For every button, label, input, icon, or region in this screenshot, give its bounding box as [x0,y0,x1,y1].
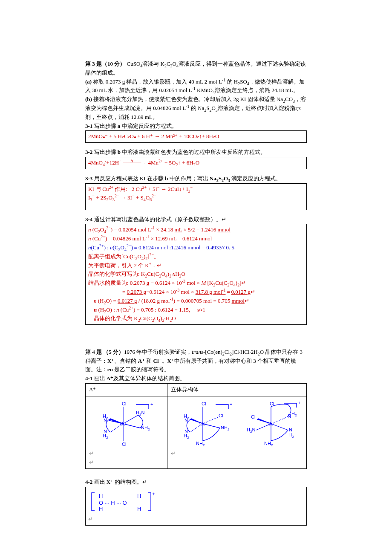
q3-3-prompt: 3-3 用反应方程式表达 KI 在步骤 b 中的作用；写出 Na2S2O3 滴定… [85,174,307,183]
structure-A-cell: ClCl Co NH2 H2N H2N NH2 + ↵↵ [86,396,167,469]
svg-text:N: N [104,418,107,423]
q4-title: 第 4 题 （5 分）1976 年中子衍射实验证实，trans-[Co(en)2… [85,348,307,374]
svg-text:NH2: NH2 [141,425,150,431]
svg-text:Co: Co [199,421,205,426]
a34-l1: n (C2O42−) = 0.02054 mol L-1 × 24.18 mL … [88,225,304,234]
svg-text:O ··· H ··· O: O ··· H ··· O [99,500,127,506]
svg-text:+: + [152,491,156,497]
col-header-A: A⁺ [89,386,96,393]
answer-3-3b: I3− + 2S2O32− → 3I− + S4O62− [88,194,156,201]
svg-text:H: H [99,506,103,512]
q3-title: 第 3 题（10 分） CuSO4溶液与 K2C2O4溶液反应，得到一种蓝色晶体… [85,60,307,78]
svg-text:H2: H2 [288,432,294,439]
a34-l11: 晶体的化学式为 K2Cu(C2O4)2·H2O [88,314,304,323]
a34-l6: 晶体的化学式可写为: K2Cu(C2O4)2·xH2O [88,270,304,279]
svg-text:H: H [137,506,141,512]
a34-l8: = 0.2073 g−0.6124 × 10-3 mol × 317.8 g m… [88,288,304,297]
svg-text:Co: Co [120,421,126,426]
cis-structure-1-icon: ClCl Co NH2 NH2 H2N NH2 + [171,398,235,449]
q4-1-prompt: 4-1 画出 A⁺及其立体异构体的结构简图。 [85,374,307,383]
svg-text:H2N: H2N [247,427,255,434]
a34-l3: n(Cu2+) : n(C2O42−)＝0.6124 mmol :1.2416 … [88,243,304,252]
answer-box-3-3: KI 与 Cu2+ 作用: 2 Cu2+ + 5I− → 2CuI↓+ I3− … [85,183,307,210]
col-header-B: 立体异构体 [171,386,199,393]
answer-3-1: 2MnO₄⁻ + 5 H₂C₂O₄ + 6 H⁺ → 2 Mn²⁺ + 10CO… [88,133,219,139]
a34-l5: 为平衡电荷，引入 2 个 K+，↵ [88,261,304,270]
structure-isomers-cell: ClCl Co NH2 NH2 H2N NH2 + ClCl Co H2N NH… [167,396,307,469]
q3-4-prompt: 3-4 通过计算写出蓝色晶体的化学式（原子数取整数）。↵ [85,215,307,224]
xplus-structure-icon: HH O ··· H ··· O HH + [88,489,161,515]
svg-text:N: N [184,418,188,423]
q3-b: (b) 接着将溶液充分加热，使淡紫红色变为蓝色。冷却后加入 2g KI 固体和适… [85,95,307,121]
svg-text:Cl: Cl [219,413,223,418]
svg-text:H: H [99,493,103,499]
svg-text:Cl: Cl [122,442,126,447]
svg-text:+: + [230,402,232,407]
svg-text:H: H [137,493,141,499]
svg-text:H2: H2 [103,433,108,439]
answer-box-4-2: HH O ··· H ··· O HH + ↵ [85,487,307,526]
answer-box-3-4: n (C2O42−) = 0.02054 mol L-1 × 24.18 mL … [85,224,307,325]
trans-structure-icon: ClCl Co NH2 H2N H2N NH2 + [89,398,157,449]
svg-text:H2: H2 [184,433,189,439]
svg-text:Cl: Cl [270,401,274,406]
svg-text:Co: Co [268,421,274,426]
a34-l7: 结晶水的质量为: 0.2073 g − 0.6124 × 10-3 mol × … [88,279,304,288]
svg-text:H2: H2 [291,411,297,417]
a34-l10: n (H2O) : n (Cu2+) = 0.705 : 0.6124 = 1.… [88,306,304,315]
q4-2-prompt: 4-2 画出 X⁺ 的结构图。↵ [85,478,307,487]
svg-text:Cl: Cl [122,401,126,406]
a34-l2: n (Cu2+) = 0.04826 mol L-1 × 12.69 mL = … [88,234,304,243]
cis-structure-2-icon: ClCl Co H2N NH2 NH2 NH2 + [239,398,303,449]
q3-2-prompt: 3-2 写出步骤 b 中溶液由淡紫红色变为蓝色的过程中所发生反应的方程式。 [85,148,307,157]
svg-text:Cl: Cl [251,414,255,419]
svg-text:NH2: NH2 [221,425,230,431]
q3-a: (a) 称取 0.2073 g 样品，放入锥形瓶，加入 40 mL 2 mol … [85,78,307,95]
svg-text:+: + [150,402,153,407]
svg-text:N: N [289,427,292,432]
svg-text:N: N [288,413,291,419]
answer-3-3a: KI 与 Cu2+ 作用: 2 Cu2+ + 5I− → 2CuI↓+ I3− [88,186,193,192]
q3-1-prompt: 3-1 写出步骤 a 中滴定反应的方程式。 [85,122,307,131]
a34-l4: 配离子组成为[Cu(C2O4)2]2−。 [88,252,304,261]
svg-text:NH2: NH2 [196,441,205,447]
svg-text:NH2: NH2 [264,441,273,447]
svg-text:Cl: Cl [202,401,206,406]
answer-box-3-1: 2MnO₄⁻ + 5 H₂C₂O₄ + 6 H⁺ → 2 Mn²⁺ + 10CO… [85,130,307,143]
structure-table: A⁺ 立体异构体 ClCl Co NH2 H2N H2N NH2 + ↵↵ Cl… [85,383,307,469]
answer-box-3-2: 4MnO4-+12H+ ──Δ──→ 4Mn2+ + 5O2↑ + 6H2O [85,157,307,169]
a34-l9: n (H2O) = 0.0127 g / (18.02 g mol-1) = 0… [88,297,304,306]
svg-text:+: + [298,400,300,405]
answer-3-2: 4MnO4-+12H+ ──Δ──→ 4Mn2+ + 5O2↑ + 6H2O [88,159,199,166]
